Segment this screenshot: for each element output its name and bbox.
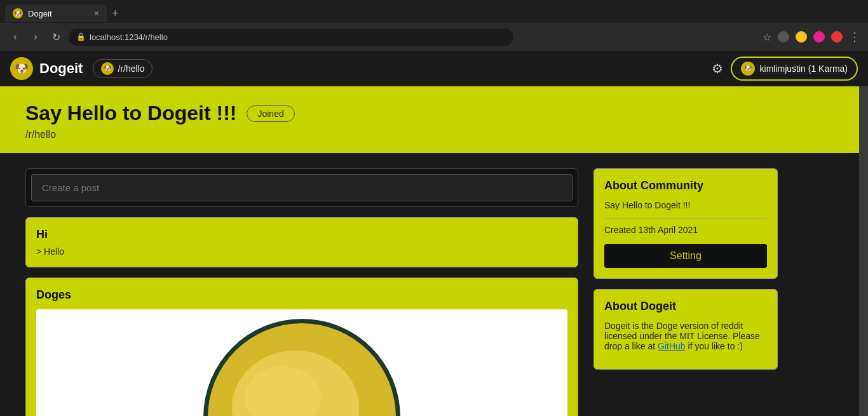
app-logo: 🐶 (10, 57, 33, 80)
about-dogeit-title: About Dogeit (604, 300, 767, 313)
sidebar-column: About Community Say Hello to Dogeit !!! … (593, 168, 778, 416)
new-tab-button[interactable]: + (107, 7, 124, 20)
community-path: /r/hello (25, 129, 843, 140)
post-image (36, 309, 567, 416)
post-title: Doges (36, 288, 567, 302)
about-community-title: About Community (604, 179, 767, 192)
user-avatar: 🐶 (741, 62, 755, 76)
created-text: Created 13th April 2021 (604, 225, 767, 235)
tab-close-btn[interactable]: × (94, 8, 99, 18)
browser-menu-icon[interactable]: ⋮ (849, 30, 860, 44)
settings-icon[interactable]: ⚙ (712, 61, 723, 76)
about-dogeit-text-after: if you like to :) (686, 341, 743, 351)
subreddit-pill[interactable]: 🐶 /r/hello (93, 59, 153, 78)
post-content: > Hello (36, 246, 567, 257)
active-tab[interactable]: 🐶 Dogeit × (5, 4, 107, 22)
create-post-box (25, 168, 578, 207)
bookmark-icon[interactable]: ☆ (763, 31, 771, 43)
about-community-card: About Community Say Hello to Dogeit !!! … (593, 168, 778, 279)
post-title: Hi (36, 228, 567, 241)
scrollbar[interactable] (859, 51, 868, 416)
post-card: Doges (25, 278, 578, 416)
posts-column: Hi > Hello Doges (25, 168, 578, 416)
about-community-desc: Say Hello to Dogeit !!! (604, 200, 767, 210)
back-button[interactable]: ‹ (8, 29, 23, 44)
user-pill[interactable]: 🐶 kimlimjustin (1 Karma) (731, 57, 858, 81)
extension-icon-1[interactable] (796, 31, 807, 43)
user-label: kimlimjustin (1 Karma) (760, 64, 848, 74)
tab-bar: 🐶 Dogeit × + (0, 0, 868, 23)
about-dogeit-card: About Dogeit Dogeit is the Doge version … (593, 289, 778, 370)
tab-title: Dogeit (28, 9, 52, 18)
app-header: 🐶 Dogeit 🐶 /r/hello ⚙ 🐶 kimlimjustin (1 … (0, 51, 868, 86)
community-title-text: Say Hello to Dogeit !!! (25, 102, 236, 125)
browser-right-icons: ☆ ⋮ (763, 30, 860, 44)
lock-icon: 🔒 (76, 32, 86, 41)
community-banner: Say Hello to Dogeit !!! Joined /r/hello (0, 86, 868, 153)
profile-circle[interactable] (778, 31, 789, 43)
extension-icon-3[interactable] (831, 31, 843, 43)
extension-icon-2[interactable] (813, 31, 825, 43)
create-post-input[interactable] (31, 174, 573, 201)
doge-image-svg (200, 309, 403, 416)
refresh-button[interactable]: ↻ (48, 29, 64, 44)
post-card: Hi > Hello (25, 217, 578, 267)
setting-button[interactable]: Setting (604, 244, 767, 268)
browser-controls: ‹ › ↻ 🔒 localhost:1234/r/hello ☆ ⋮ (0, 23, 868, 51)
logo-emoji: 🐶 (15, 62, 29, 76)
tab-favicon: 🐶 (13, 8, 23, 18)
about-dogeit-text: Dogeit is the Doge version of reddit lic… (604, 321, 767, 351)
subreddit-pill-label: /r/hello (118, 64, 144, 74)
browser-chrome: 🐶 Dogeit × + ‹ › ↻ 🔒 localhost:1234/r/he… (0, 0, 868, 51)
forward-button[interactable]: › (28, 29, 43, 44)
address-text: localhost:1234/r/hello (90, 32, 168, 42)
joined-button[interactable]: Joined (247, 105, 294, 122)
main-content: Hi > Hello Doges (0, 153, 868, 416)
divider (604, 218, 767, 218)
github-link[interactable]: GitHub (658, 341, 686, 351)
subreddit-pill-icon: 🐶 (101, 62, 114, 75)
header-right: ⚙ 🐶 kimlimjustin (1 Karma) (712, 57, 858, 81)
app-title: Dogeit (39, 60, 83, 77)
address-bar[interactable]: 🔒 localhost:1234/r/hello (69, 29, 513, 46)
community-title-row: Say Hello to Dogeit !!! Joined (25, 102, 843, 125)
